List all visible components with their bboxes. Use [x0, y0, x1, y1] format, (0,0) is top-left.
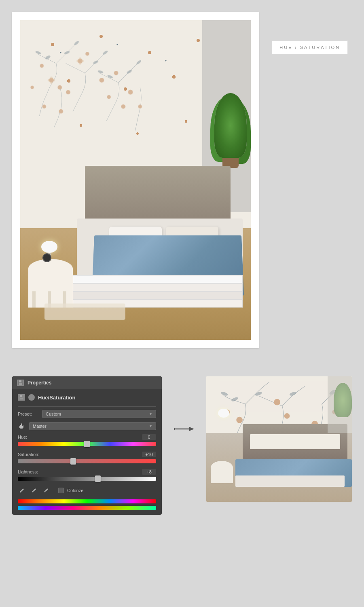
saturation-slider-track[interactable] [18, 459, 156, 463]
arrow-icon [174, 425, 194, 433]
books-stack [73, 271, 243, 308]
colorize-checkbox[interactable] [58, 488, 64, 493]
bedroom-scene [20, 20, 251, 340]
hue-slider-thumb[interactable] [84, 441, 90, 447]
saturation-spectrum-bar [18, 506, 156, 510]
hue-slider-row: Hue: 0 [18, 434, 156, 446]
svg-rect-38 [20, 398, 23, 399]
preset-value: Custom [46, 412, 61, 416]
eyedropper3-icon: − [43, 488, 49, 493]
svg-point-5 [102, 50, 108, 55]
panel-title-icon [18, 380, 23, 386]
svg-text:+: + [35, 488, 37, 490]
bottom-section: Properties Hue/Saturation Preset: [0, 364, 364, 527]
lightness-slider-header: Lightness: +8 [18, 469, 156, 475]
svg-point-19 [128, 90, 133, 95]
properties-panel: Properties Hue/Saturation Preset: [12, 376, 162, 515]
save-icon-svg [19, 395, 24, 400]
svg-point-28 [53, 79, 55, 81]
visibility-icon[interactable] [28, 394, 35, 401]
panel-title-bar: Properties [12, 376, 162, 389]
svg-rect-35 [19, 383, 22, 385]
svg-point-22 [59, 109, 63, 114]
svg-point-8 [136, 59, 142, 65]
svg-point-30 [79, 62, 81, 65]
preview-pillows [250, 434, 340, 449]
preview-lamp-shade [218, 409, 229, 418]
svg-point-11 [57, 85, 62, 90]
svg-point-17 [114, 71, 119, 75]
lightness-slider-thumb[interactable] [95, 475, 101, 482]
svg-point-27 [48, 79, 50, 81]
svg-point-26 [50, 81, 53, 84]
lightness-label-text: Lightness: [18, 469, 38, 474]
svg-point-7 [126, 69, 132, 74]
preview-nightstand [211, 461, 233, 483]
svg-point-1 [35, 51, 41, 55]
svg-point-20 [121, 104, 125, 109]
svg-rect-37 [20, 395, 22, 397]
book2 [73, 283, 243, 291]
svg-point-41 [32, 491, 34, 492]
svg-point-29 [79, 57, 81, 60]
save-icon[interactable] [18, 394, 25, 401]
svg-rect-34 [19, 380, 21, 382]
hue-saturation-label: HUE / SATURATION [272, 40, 348, 54]
hue-slider-track[interactable] [18, 442, 156, 446]
svg-point-15 [40, 64, 44, 68]
plant [214, 93, 247, 166]
separator [18, 406, 156, 407]
preview-image [206, 376, 352, 502]
arrow-section [174, 376, 194, 433]
preset-arrow-icon: ▼ [149, 412, 152, 416]
properties-icon [17, 380, 24, 386]
svg-point-18 [107, 95, 110, 99]
hue-label-text: Hue: [18, 435, 27, 439]
svg-point-6 [97, 70, 104, 74]
panel-title: Properties [28, 380, 51, 386]
eyedropper2-button[interactable]: + [30, 486, 38, 495]
preview-right-wall [328, 376, 352, 433]
adjustment-title: Hue/Saturation [38, 395, 75, 401]
lightness-value: +8 [142, 469, 156, 475]
lightness-slider-track[interactable] [18, 477, 156, 481]
preset-row: Preset: Custom ▼ [18, 410, 156, 418]
svg-point-43 [44, 491, 46, 492]
eyedropper2-icon: + [31, 488, 37, 493]
svg-point-32 [81, 60, 84, 62]
panel-body: Hue/Saturation Preset: Custom ▼ [12, 389, 162, 515]
saturation-label-text: Saturation: [18, 452, 39, 457]
eyedropper1-button[interactable] [18, 486, 26, 495]
svg-point-55 [274, 399, 280, 405]
svg-point-3 [74, 40, 80, 46]
saturation-slider-row: Saturation: +10 [18, 452, 156, 463]
svg-point-4 [93, 60, 99, 64]
eyedropper-row: + − Colorize [18, 486, 156, 495]
colorize-row: Colorize [58, 488, 83, 493]
book1 [73, 275, 243, 283]
svg-point-51 [289, 391, 297, 396]
svg-text:−: − [47, 488, 49, 490]
channel-select[interactable]: Master ▼ [29, 422, 156, 430]
channel-value: Master [33, 424, 47, 429]
svg-point-14 [66, 90, 70, 94]
alarm-clock [42, 253, 51, 262]
preview-books [235, 475, 345, 487]
saturation-slider-header: Saturation: +10 [18, 452, 156, 457]
svg-point-23 [42, 105, 46, 108]
rug [44, 304, 125, 320]
bedroom-image [20, 20, 251, 340]
hand-tool-icon[interactable] [18, 422, 25, 430]
floral-svg [20, 20, 157, 145]
book3 [73, 291, 243, 299]
svg-point-2 [64, 51, 70, 55]
saturation-value: +10 [142, 452, 156, 457]
lightness-slider-row: Lightness: +8 [18, 469, 156, 481]
saturation-slider-thumb[interactable] [70, 458, 76, 465]
preset-select[interactable]: Custom ▼ [42, 410, 156, 418]
eyedropper3-button[interactable]: − [42, 486, 50, 495]
svg-point-25 [50, 76, 53, 79]
channel-arrow-icon: ▼ [149, 424, 152, 428]
svg-point-16 [99, 78, 104, 83]
svg-point-21 [138, 105, 142, 108]
